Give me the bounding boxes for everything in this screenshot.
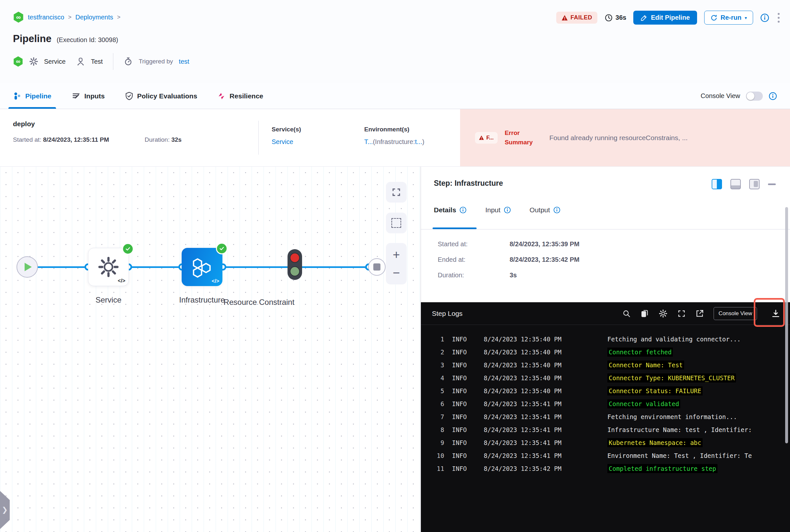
success-check-badge (216, 243, 227, 254)
log-line: 2INFO8/24/2023 12:35:40 PMConnector fetc… (421, 346, 790, 359)
log-level: INFO (452, 387, 475, 395)
zoom-in-button[interactable]: + (393, 248, 400, 261)
log-message: Completed infrastructure step (607, 464, 717, 473)
rerun-button[interactable]: Re-run ▾ (704, 11, 753, 24)
tab-inputs[interactable]: Inputs (72, 83, 105, 109)
page-title: Pipeline (13, 33, 52, 45)
canvas-zoom-panel: + − (386, 243, 407, 284)
settings-gear-icon[interactable] (659, 309, 668, 318)
log-message: Fetching and validating connector... (607, 336, 741, 343)
shield-check-icon (125, 92, 133, 101)
environment-value[interactable]: T...(Infrastructure:t...) (364, 138, 460, 146)
tab-output[interactable]: Output (530, 206, 561, 214)
red-light-icon (290, 253, 300, 263)
panel-scrollbar[interactable] (785, 207, 788, 443)
services-column: Service(s) Service (259, 109, 351, 166)
layout-bottom-split-icon[interactable] (731, 179, 741, 189)
log-level: INFO (452, 361, 475, 368)
log-line: 10INFO8/24/2023 12:35:41 PMEnvironment N… (421, 449, 790, 462)
trigger-user-link[interactable]: test (179, 58, 189, 65)
zoom-out-button[interactable]: − (393, 267, 400, 279)
check-icon (125, 246, 131, 252)
open-in-new-icon[interactable] (696, 309, 704, 318)
log-timestamp: 8/24/2023 12:35:41 PM (484, 400, 581, 407)
log-message: Fetching environment information... (607, 413, 737, 420)
tab-pipeline[interactable]: Pipeline (13, 83, 52, 109)
edge (302, 266, 372, 268)
stage-summary-left: deploy Started at: 8/24/2023, 12:35:11 P… (0, 109, 258, 166)
pipeline-canvas[interactable]: </> Service </> Infrastructure Resource (0, 167, 421, 532)
tab-policy-evaluations[interactable]: Policy Evaluations (125, 83, 198, 109)
code-glyph: </> (212, 278, 219, 284)
minimize-panel-icon[interactable] (768, 184, 776, 185)
play-icon (24, 263, 32, 271)
log-timestamp: 8/24/2023 12:35:40 PM (484, 336, 581, 343)
panel-separator (421, 229, 790, 229)
error-summary-message: Found already running resourceConstrains… (549, 134, 688, 142)
environments-column: Environment(s) T...(Infrastructure:t...) (351, 109, 460, 166)
search-icon[interactable] (622, 309, 631, 318)
pencil-icon (640, 14, 647, 21)
info-icon[interactable] (769, 92, 777, 100)
execution-tabbar: Pipeline Inputs Policy Evaluations Resil… (0, 83, 790, 109)
log-line-number: 9 (421, 439, 444, 446)
log-message: Connector validated (607, 399, 680, 408)
canvas-select-button[interactable] (386, 213, 407, 233)
cd-module-icon: ∞ (13, 56, 23, 66)
header-actions: FAILED 36s Edit Pipeline Re-run ▾ (556, 11, 781, 24)
info-icon[interactable] (760, 13, 769, 22)
log-level: INFO (452, 452, 475, 459)
services-header: Service(s) (272, 126, 351, 133)
tab-input[interactable]: Input (485, 206, 511, 214)
chevron-down-icon: ▾ (745, 15, 747, 20)
log-line: 9INFO8/24/2023 12:35:41 PMKubernetes Nam… (421, 436, 790, 449)
log-line-number: 11 (421, 465, 444, 472)
resource-constraint-node[interactable] (288, 249, 302, 280)
step-detail-rows: Started at: 8/24/2023, 12:35:39 PM Ended… (438, 241, 580, 287)
log-line-number: 6 (421, 400, 444, 407)
service-step-node[interactable]: </> (88, 248, 129, 286)
log-line-number: 2 (421, 348, 444, 356)
log-message: Connector fetched (607, 347, 673, 357)
edit-pipeline-button[interactable]: Edit Pipeline (633, 11, 697, 24)
info-icon (504, 207, 511, 213)
expand-panel-button[interactable]: ❯ (0, 491, 10, 529)
step-logs-console: Step Logs (421, 302, 790, 532)
log-line-number: 3 (421, 361, 444, 368)
canvas-fullscreen-button[interactable] (386, 182, 407, 203)
log-level: INFO (452, 336, 475, 343)
gear-icon (29, 57, 38, 66)
log-line: 11INFO8/24/2023 12:35:42 PMCompleted inf… (421, 462, 790, 475)
download-logs-button[interactable] (771, 309, 780, 318)
breadcrumb-deployments-link[interactable]: Deployments (75, 14, 113, 21)
log-level: INFO (452, 400, 475, 407)
end-node[interactable] (368, 258, 386, 276)
log-line: 7INFO8/24/2023 12:35:41 PMFetching envir… (421, 410, 790, 423)
infrastructure-step-node[interactable]: </> (182, 248, 222, 286)
console-view-button[interactable]: Console View (714, 307, 757, 320)
expand-fullscreen-icon[interactable] (677, 309, 686, 318)
more-options-menu[interactable] (776, 12, 781, 24)
panel-layout-controls (712, 179, 776, 189)
layout-floating-panel-icon[interactable] (749, 179, 759, 189)
error-summary-label: Error Summary (505, 129, 542, 147)
breadcrumb-project-link[interactable]: testfrancisco (28, 14, 64, 21)
service-link[interactable]: Service (272, 138, 293, 145)
step-logs-toolbar: Console View (622, 307, 780, 320)
inputs-icon (72, 92, 80, 101)
start-node[interactable] (17, 256, 38, 278)
log-lines[interactable]: 1INFO8/24/2023 12:35:40 PMFetching and v… (421, 325, 790, 475)
console-view-toggle[interactable] (746, 92, 763, 101)
log-line-number: 10 (421, 452, 444, 459)
console-view-label: Console View (701, 92, 740, 100)
log-line-number: 8 (421, 426, 444, 433)
log-level: INFO (452, 439, 475, 446)
error-summary-zone: F... Error Summary Found already running… (460, 109, 790, 166)
layout-vertical-split-icon[interactable] (712, 179, 722, 189)
tab-resilience[interactable]: Resilience (217, 83, 263, 109)
service-name[interactable]: Service (44, 58, 66, 65)
step-panel-title: Step: Infrastructure (434, 179, 503, 188)
copy-icon[interactable] (640, 309, 649, 318)
tab-details[interactable]: Details (434, 206, 466, 214)
environment-name[interactable]: Test (91, 58, 103, 65)
